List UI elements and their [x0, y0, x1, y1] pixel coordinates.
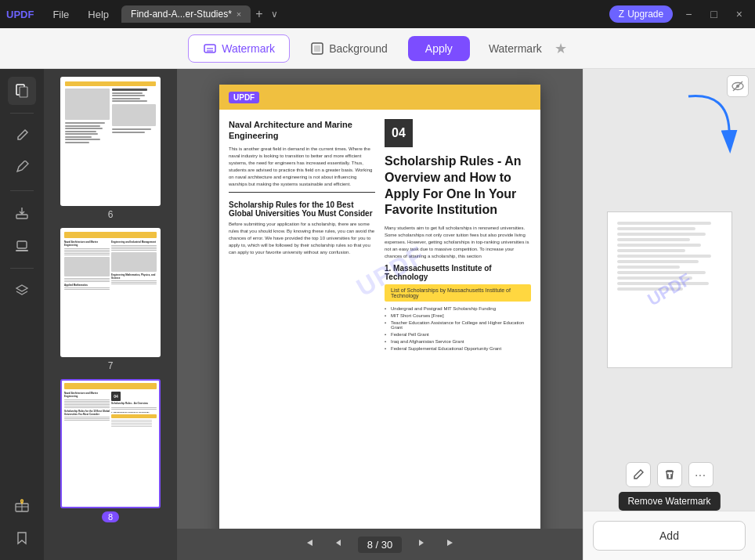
thumbnail-page-6[interactable]: 6	[60, 77, 161, 220]
first-page-btn[interactable]	[298, 535, 320, 554]
last-page-btn[interactable]	[439, 535, 461, 554]
doc-content: Naval Architecture and Marine Engineerin…	[219, 110, 540, 363]
doc-page-header: UPDF	[219, 85, 540, 110]
list-item-5: Federal Supplemental Educational Opportu…	[385, 346, 531, 351]
thumb-label-6: 6	[108, 209, 114, 220]
sidebar-divider-3	[10, 268, 34, 269]
right-panel-footer: Add	[583, 511, 755, 560]
edit-watermark-btn[interactable]	[626, 462, 651, 487]
scholarship-title: 1. Massachusetts Institute of Technology	[385, 264, 531, 281]
new-tab-btn[interactable]: +	[252, 7, 266, 21]
menu-help[interactable]: Help	[81, 7, 115, 22]
tab-bar: Find-and-A...er-Studies* × + ∨	[121, 5, 603, 23]
right-section-body: Before submitting your application for a…	[229, 221, 375, 256]
minimize-button[interactable]: −	[679, 6, 698, 22]
page-number-box: 04	[385, 119, 413, 147]
left-section-title: Naval Architecture and Marine Engineerin…	[229, 119, 375, 142]
add-button[interactable]: Add	[593, 521, 746, 551]
favorite-icon[interactable]: ★	[555, 40, 567, 57]
big-title: Scholarship Rules - An Overview and How …	[385, 154, 531, 219]
list-item-4: Iraq and Afghanistan Service Grant	[385, 339, 531, 344]
background-tab-label: Background	[329, 42, 388, 55]
right-body-text: Many students aim to get full scholarshi…	[385, 225, 531, 260]
sidebar-icon-layers[interactable]	[8, 276, 36, 305]
doc-updf-logo: UPDF	[229, 92, 259, 103]
tab-close-btn[interactable]: ×	[237, 9, 241, 19]
doc-left-column: Naval Architecture and Marine Engineerin…	[229, 119, 375, 353]
left-sidebar	[0, 69, 44, 560]
svg-rect-6	[20, 87, 27, 97]
toolbar: Watermark Background Apply Watermark ★	[0, 28, 755, 69]
sidebar-icon-export[interactable]	[8, 199, 36, 227]
tab-background[interactable]: Background	[296, 35, 402, 62]
thumb-img-6	[60, 77, 161, 206]
total-pages: 30	[381, 539, 392, 551]
highlight-box: List of Scholarships by Massachusetts In…	[385, 284, 531, 302]
svg-rect-4	[314, 45, 320, 52]
doc-list: Undergrad and Postgrad MIT Scholarship F…	[385, 306, 531, 351]
tab-label: Find-and-A...er-Studies*	[131, 9, 232, 20]
main-area: 6 Naval Architecture and Marine Engineer…	[0, 69, 755, 560]
right-section-title-top: Scholarship Rules for the 10 Best Global…	[229, 201, 375, 218]
right-panel: UPDF ···	[583, 69, 755, 560]
remove-watermark-tooltip: Remove Watermark	[618, 492, 720, 511]
thumb-img-7: Naval Architecture and Marine Engineerin…	[60, 228, 161, 357]
watermark-preview-panel: UPDF ···	[583, 69, 755, 511]
maximize-button[interactable]: □	[704, 6, 723, 22]
more-watermark-btn[interactable]: ···	[688, 462, 713, 487]
delete-watermark-btn[interactable]	[657, 462, 682, 487]
svg-rect-7	[16, 215, 27, 219]
watermark-label: Watermark	[489, 42, 542, 55]
list-item-3: Federal Pell Grant	[385, 332, 531, 337]
sidebar-icon-annotate[interactable]	[8, 154, 36, 182]
blue-arrow-icon	[673, 85, 743, 155]
svg-rect-8	[17, 241, 27, 248]
doc-divider	[229, 192, 375, 193]
list-item-1: MIT Short Courses [Free]	[385, 313, 531, 318]
page-indicator: 8 / 30	[358, 537, 403, 553]
watermark-tab-icon	[203, 42, 217, 56]
sidebar-icon-stamp[interactable]	[8, 232, 36, 260]
titlebar: UPDF File Help Find-and-A...er-Studies* …	[0, 0, 755, 28]
upgrade-button[interactable]: Z Upgrade	[609, 5, 673, 23]
apply-button[interactable]: Apply	[408, 36, 470, 61]
active-tab[interactable]: Find-and-A...er-Studies* ×	[121, 5, 251, 23]
sidebar-divider-1	[10, 113, 34, 114]
left-body-text: This is another great field in demand in…	[229, 146, 375, 188]
background-tab-icon	[310, 42, 324, 56]
document-view: UPDF Naval Architecture and Marine Engin…	[177, 69, 583, 560]
page-navigation: 8 / 30	[177, 529, 583, 560]
thumb-label-7: 7	[108, 360, 114, 371]
menu-file[interactable]: File	[46, 7, 75, 22]
titlebar-right: Z Upgrade − □ ×	[609, 5, 749, 23]
close-button[interactable]: ×	[730, 6, 749, 22]
thumb-label-8: 8	[102, 511, 119, 522]
watermark-controls: ···	[626, 462, 713, 487]
watermark-tab-label: Watermark	[222, 42, 275, 55]
thumbnail-page-7[interactable]: Naval Architecture and Marine Engineerin…	[60, 228, 161, 371]
current-page: 8	[367, 539, 373, 551]
list-item-0: Undergrad and Postgrad MIT Scholarship F…	[385, 306, 531, 311]
doc-right-column: 04 Scholarship Rules - An Overview and H…	[385, 119, 531, 353]
doc-section2: Scholarship Rules for the 10 Best Global…	[229, 201, 375, 256]
upgrade-icon: Z	[619, 9, 624, 20]
thumb-img-8: Naval Architecture and Marine Engineerin…	[60, 379, 161, 508]
thumbnail-page-8[interactable]: Naval Architecture and Marine Engineerin…	[60, 379, 161, 522]
sidebar-icon-edit[interactable]	[8, 121, 36, 150]
document-page: UPDF Naval Architecture and Marine Engin…	[219, 85, 540, 529]
thumbnail-panel: 6 Naval Architecture and Marine Engineer…	[44, 69, 177, 560]
sidebar-icon-bookmark[interactable]	[8, 524, 36, 552]
doc-scroll-area[interactable]: UPDF Naval Architecture and Marine Engin…	[177, 69, 583, 529]
upgrade-label: Upgrade	[627, 9, 663, 20]
next-page-btn[interactable]	[410, 535, 432, 554]
watermark-preview-area: UPDF	[607, 211, 732, 368]
tab-watermark[interactable]: Watermark	[188, 34, 290, 63]
list-item-2: Teacher Education Assistance for College…	[385, 320, 531, 330]
prev-page-btn[interactable]	[328, 535, 350, 554]
svg-rect-9	[16, 250, 28, 251]
tab-overflow-btn[interactable]: ∨	[268, 9, 281, 20]
sidebar-icon-gift[interactable]	[8, 491, 36, 519]
sidebar-icon-pages[interactable]	[8, 77, 36, 105]
app-logo: UPDF	[6, 9, 34, 20]
sidebar-divider-2	[10, 190, 34, 191]
